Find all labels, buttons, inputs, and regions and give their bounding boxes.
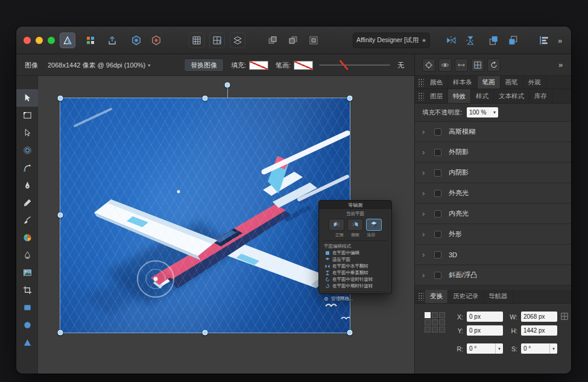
grid-options-button-1[interactable] (189, 33, 204, 48)
designer-persona-button[interactable] (60, 33, 75, 48)
iso-item-flip-horizontal[interactable]: 在平面中水平翻转 (319, 263, 391, 269)
snap-grid-button[interactable] (471, 58, 484, 72)
rotation-dropdown[interactable]: 0 °▾ (467, 343, 503, 354)
tab-transform[interactable]: 变换 (425, 290, 448, 303)
move-backward-button[interactable] (505, 33, 520, 48)
plane-side-button[interactable] (347, 219, 363, 231)
effect-checkbox[interactable] (434, 190, 441, 197)
corner-tool[interactable] (16, 159, 38, 177)
handle-mid-left[interactable] (58, 213, 63, 218)
insert-top-button[interactable] (285, 33, 301, 48)
handle-bottom-center[interactable] (203, 330, 208, 336)
tab-brushes[interactable]: 画笔 (501, 76, 523, 89)
fill-opacity-input[interactable]: 100 % ▾ (467, 107, 498, 117)
rotation-handle[interactable] (225, 83, 230, 88)
fill-swatch[interactable] (249, 61, 268, 70)
stroke-swatch[interactable] (294, 61, 313, 70)
panel-overflow-button[interactable]: » (558, 60, 563, 69)
tab-appearance[interactable]: 外观 (523, 76, 546, 89)
disclosure-icon[interactable]: › (422, 230, 431, 239)
insert-inside-button[interactable] (306, 33, 321, 48)
panel-grip[interactable] (418, 78, 424, 87)
transform-options-button[interactable] (560, 312, 569, 322)
alignment-button[interactable] (536, 33, 552, 48)
transparency-tool[interactable] (16, 246, 38, 264)
placed-image[interactable] (60, 98, 350, 333)
close-button[interactable] (24, 37, 31, 44)
handle-bottom-left[interactable] (58, 330, 63, 336)
image-size-dropdown[interactable]: 2068x1442 像素 @ 96dpi (100%) ▾ (48, 54, 150, 76)
effect-row-bevel-emboss[interactable]: ›斜面/浮凸 (415, 265, 571, 286)
chevron-down-icon[interactable]: ▾ (495, 343, 503, 354)
anchor-point-selector[interactable] (425, 312, 446, 334)
flip-horizontal-button[interactable] (443, 33, 459, 48)
snap-preset-badge-1[interactable] (128, 33, 144, 48)
effect-row-outline[interactable]: ›外形 (415, 224, 571, 245)
pixel-persona-button[interactable] (83, 33, 98, 48)
anchor-cell[interactable] (432, 312, 438, 318)
tab-stroke[interactable]: 笔画 (478, 76, 501, 89)
titlebar[interactable]: Affinity Designer [试用 ★ » (16, 27, 571, 54)
grid-options-button-3[interactable] (230, 33, 245, 48)
rectangle-tool[interactable] (16, 299, 38, 316)
effect-row-inner-shadow[interactable]: ›内阴影 (415, 163, 571, 183)
iso-item-edit-in-plane[interactable]: 在平面中编辑 (319, 249, 391, 256)
disclosure-icon[interactable]: › (422, 189, 431, 198)
contour-tool[interactable] (16, 142, 38, 159)
anchor-cell[interactable] (432, 319, 438, 325)
isometric-panel[interactable]: 等轴测 当前平面 正面 侧面 顶部 平面编辑模式 在平面中编辑 适应平面 在平面… (318, 200, 392, 294)
tab-history[interactable]: 历史记录 (448, 290, 484, 303)
effect-checkbox[interactable] (434, 231, 441, 238)
effect-checkbox[interactable] (434, 251, 441, 258)
insert-behind-button[interactable] (265, 33, 280, 48)
tab-swatches[interactable]: 样本条 (448, 76, 478, 89)
toolbar-overflow-button[interactable]: » (558, 36, 563, 45)
h-input[interactable]: 1442 px (521, 325, 557, 336)
frame-tool[interactable] (16, 107, 38, 124)
grid-options-button-2[interactable] (209, 33, 225, 48)
x-input[interactable]: 0 px (467, 312, 503, 322)
stroke-width-slider[interactable] (319, 64, 390, 66)
zoom-button[interactable] (48, 37, 55, 44)
snap-spacing-button[interactable] (455, 58, 468, 72)
effect-checkbox[interactable] (434, 169, 441, 177)
iso-item-rotate-ccw[interactable]: 在平面中逆时针旋转 (319, 276, 391, 283)
handle-top-center[interactable] (203, 96, 208, 101)
vector-brush-tool[interactable] (16, 211, 38, 229)
isometric-panel-title[interactable]: 等轴测 (319, 201, 391, 209)
export-persona-button[interactable] (104, 33, 120, 48)
w-input[interactable]: 2068 px (521, 312, 557, 322)
anchor-cell[interactable] (425, 327, 431, 333)
effect-checkbox[interactable] (434, 272, 441, 279)
disclosure-icon[interactable]: › (422, 250, 431, 259)
disclosure-icon[interactable]: › (422, 168, 431, 177)
plane-top-button[interactable] (366, 219, 382, 231)
move-tool[interactable] (16, 89, 38, 107)
triangle-tool[interactable] (16, 334, 38, 351)
flip-vertical-button[interactable] (463, 33, 478, 48)
anchor-cell[interactable] (439, 312, 445, 318)
disclosure-icon[interactable]: › (422, 271, 431, 280)
effect-row-3d[interactable]: ›3D (415, 245, 571, 265)
node-tool[interactable] (16, 124, 38, 142)
manage-grid-link[interactable]: 管理网格... (319, 295, 391, 302)
chevron-down-icon[interactable]: ▾ (549, 343, 557, 354)
tab-color[interactable]: 颜色 (425, 76, 448, 89)
preview-mode-button[interactable] (438, 58, 452, 72)
canvas[interactable]: 等轴测 当前平面 正面 侧面 顶部 平面编辑模式 在平面中编辑 适应平面 在平面… (38, 76, 414, 374)
panel-grip[interactable] (418, 292, 424, 301)
disclosure-icon[interactable]: › (422, 148, 431, 157)
place-image-tool[interactable] (16, 264, 38, 281)
handle-top-left[interactable] (58, 96, 63, 101)
plane-front-button[interactable] (329, 219, 344, 231)
shear-dropdown[interactable]: 0 °▾ (521, 343, 557, 354)
move-forward-button[interactable] (485, 33, 501, 48)
effect-row-outer-glow[interactable]: ›外亮光 (415, 183, 571, 204)
effect-checkbox[interactable] (434, 210, 441, 218)
iso-item-flip-vertical[interactable]: 在平面中垂直翻转 (319, 269, 391, 276)
pen-tool[interactable] (16, 177, 38, 194)
effect-row-gaussian-blur[interactable]: ›高斯模糊 (415, 122, 571, 142)
tab-stock[interactable]: 库存 (530, 89, 552, 103)
pencil-tool[interactable] (16, 194, 38, 211)
tab-effects[interactable]: 特效 (448, 89, 471, 103)
